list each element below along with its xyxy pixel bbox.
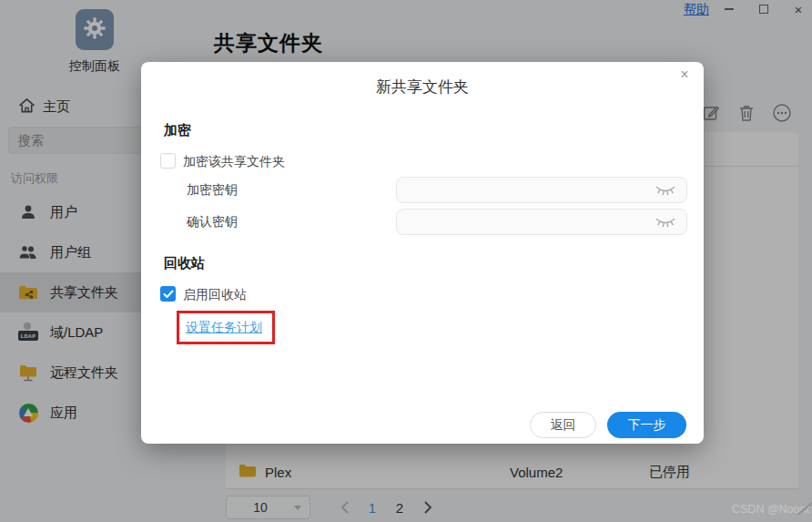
new-shared-folder-dialog: × 新共享文件夹 加密 加密该共享文件夹 加密密钥 确认密钥 (141, 62, 704, 444)
recycle-bin-section-label: 回收站 (164, 255, 205, 272)
encryption-key-input[interactable] (397, 178, 655, 202)
eye-closed-icon[interactable] (655, 217, 675, 228)
confirm-key-field (396, 209, 687, 235)
confirm-key-input[interactable] (397, 210, 655, 234)
enable-recycle-bin-checkbox[interactable] (160, 286, 176, 302)
encryption-section-label: 加密 (164, 122, 191, 139)
confirm-key-label: 确认密钥 (187, 214, 238, 230)
enable-recycle-bin-label: 启用回收站 (183, 287, 247, 303)
encryption-key-field (396, 177, 687, 203)
red-annotation-box: 设置任务计划 (177, 311, 275, 344)
encrypt-folder-checkbox[interactable] (160, 153, 176, 169)
control-panel-window: 帮助 × 控制面板 共享文件夹 (0, 0, 812, 522)
set-task-schedule-link[interactable]: 设置任务计划 (186, 320, 262, 336)
checkmark-icon (163, 290, 174, 299)
dialog-title: 新共享文件夹 (141, 77, 704, 97)
encrypt-folder-checkbox-label: 加密该共享文件夹 (183, 154, 285, 170)
encryption-key-label: 加密密钥 (187, 182, 238, 199)
next-button[interactable]: 下一步 (607, 412, 686, 438)
back-button[interactable]: 返回 (530, 412, 596, 438)
eye-closed-icon[interactable] (655, 185, 675, 196)
